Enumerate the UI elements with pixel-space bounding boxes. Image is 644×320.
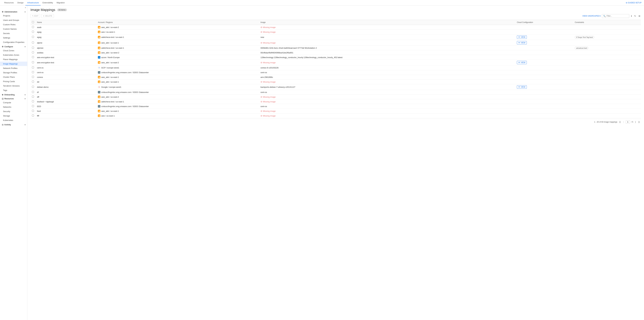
row-checkbox[interactable] bbox=[32, 61, 34, 63]
row-checkbox[interactable] bbox=[32, 26, 34, 28]
edit-icon: ✎ bbox=[32, 15, 34, 17]
sidebar-item-security[interactable]: Security bbox=[0, 109, 27, 114]
last-page-btn[interactable]: ⟩⟩ bbox=[638, 120, 640, 123]
table-row: EEDVcmbuvcfmgmtvc.eng.vmware.com / SDDC-… bbox=[30, 104, 641, 109]
sidebar-item-storage[interactable]: Storage bbox=[0, 114, 27, 118]
sidebar-item-custom-names[interactable]: Custom Names bbox=[0, 27, 27, 31]
nav-item-infrastructure[interactable]: Infrastructure bbox=[26, 0, 41, 5]
cell-constraints bbox=[573, 55, 641, 60]
sidebar-item-secrets[interactable]: Secrets bbox=[0, 31, 27, 35]
sidebar-item-kubernetes[interactable]: Kubernetes bbox=[0, 118, 27, 122]
chevron-down-icon-view: ▾ bbox=[600, 15, 600, 17]
cell-account: Vcmbuvcfmgmtvc.eng.vmware.com / SDDC-Dat… bbox=[96, 90, 259, 95]
cell-constraints bbox=[573, 50, 641, 55]
missing-image-text: Missing image bbox=[263, 81, 276, 83]
nav-item-design[interactable]: Design bbox=[16, 0, 25, 5]
sidebar-item-cluster-plans[interactable]: Cluster Plans bbox=[0, 75, 27, 79]
view-button[interactable]: 👁 VIEW bbox=[517, 85, 527, 89]
col-constraints: Constraints bbox=[573, 20, 641, 25]
view-button[interactable]: 👁 VIEW bbox=[517, 61, 527, 64]
row-checkbox[interactable] bbox=[32, 66, 34, 68]
sidebar-collapse-button[interactable]: « bbox=[0, 5, 27, 9]
nav-item-migration[interactable]: Migration bbox=[55, 0, 66, 5]
grid-view-icon[interactable]: ⊞ bbox=[638, 14, 641, 17]
select-all-checkbox[interactable] bbox=[32, 21, 34, 23]
cell-name: dff bbox=[36, 95, 96, 99]
sidebar-item-projects[interactable]: Projects bbox=[0, 13, 27, 18]
row-checkbox[interactable] bbox=[32, 31, 34, 33]
info-icon[interactable]: ℹ bbox=[630, 14, 632, 17]
cell-account: Vcmbuvcfmgmtvc.eng.vmware.com / SDDC-Dat… bbox=[96, 70, 259, 75]
sidebar-item-storage-profiles[interactable]: Storage Profiles bbox=[0, 70, 27, 75]
view-ungrouped-button[interactable]: VIEW UNGROUPED ▾ bbox=[582, 15, 600, 17]
filter-input[interactable] bbox=[606, 15, 628, 17]
sidebar-section-header-onboarding[interactable]: ⊕ Onboarding ▾ bbox=[0, 92, 27, 96]
row-checkbox[interactable] bbox=[32, 47, 34, 49]
guided-setup-btn[interactable]: ⧉ GUIDED SETUP bbox=[626, 2, 642, 4]
cell-constraints bbox=[573, 84, 641, 90]
view-button[interactable]: 👁 VIEW bbox=[517, 35, 527, 39]
google-icon: G bbox=[98, 86, 100, 88]
cell-name: df bbox=[36, 90, 96, 95]
sidebar-item-networks[interactable]: Networks bbox=[0, 105, 27, 109]
eye-icon: 👁 bbox=[518, 61, 520, 63]
view-button[interactable]: 👁 VIEW bbox=[517, 41, 527, 44]
row-checkbox[interactable] bbox=[32, 96, 34, 98]
sidebar-item-custom-roles[interactable]: Custom Roles bbox=[0, 22, 27, 27]
sidebar-item-cloud-zones[interactable]: Cloud Zones bbox=[0, 48, 27, 53]
account-text: aws_akk / us-east-2 bbox=[101, 96, 119, 98]
sidebar-item-users-groups[interactable]: Users and Groups bbox=[0, 18, 27, 22]
sidebar-item-config-props[interactable]: Configuration Properties bbox=[0, 40, 27, 44]
row-checkbox[interactable] bbox=[32, 114, 34, 116]
sidebar-section-header-resources[interactable]: ◫ Resources ▾ bbox=[0, 96, 27, 100]
sidebar-item-image-mappings[interactable]: Image Mappings bbox=[0, 62, 27, 66]
sidebar-item-compute[interactable]: Compute bbox=[0, 100, 27, 105]
nav-item-extensibility[interactable]: Extensibility bbox=[41, 0, 55, 5]
cell-cloud-config bbox=[515, 65, 573, 70]
next-page-btn[interactable]: ⟩ bbox=[634, 120, 636, 123]
sidebar-item-flavor-mappings[interactable]: Flavor Mappings bbox=[0, 57, 27, 62]
warning-icon: ⊘ bbox=[260, 110, 262, 112]
row-checkbox[interactable] bbox=[32, 105, 34, 107]
aws-icon: ▣ bbox=[98, 31, 100, 33]
sidebar-item-tags[interactable]: Tags bbox=[0, 88, 27, 92]
missing-image-text: Missing image bbox=[263, 115, 276, 117]
cell-cloud-config bbox=[515, 113, 573, 118]
first-page-btn[interactable]: ⟨⟨ bbox=[618, 120, 621, 123]
aws-icon: ▣ bbox=[98, 41, 100, 44]
sidebar-item-terraform-versions[interactable]: Terraform Versions bbox=[0, 84, 27, 88]
sidebar-item-network-profiles[interactable]: Network Profiles bbox=[0, 66, 27, 70]
edit-button[interactable]: ✎ EDIT bbox=[30, 14, 40, 18]
row-checkbox[interactable] bbox=[32, 76, 34, 78]
page-number-input[interactable] bbox=[626, 120, 630, 123]
nav-item-resources[interactable]: Resources bbox=[2, 0, 16, 5]
top-nav: Resources Design Infrastructure Extensib… bbox=[0, 0, 644, 5]
row-checkbox[interactable] bbox=[32, 91, 34, 93]
row-checkbox[interactable] bbox=[32, 100, 34, 102]
refresh-icon[interactable]: ↻ bbox=[634, 14, 637, 17]
sidebar-item-kubernetes-zones[interactable]: Kubernetes Zones bbox=[0, 53, 27, 57]
account-text: aws_akk / us-east-2 bbox=[101, 26, 119, 28]
row-checkbox[interactable] bbox=[32, 110, 34, 112]
row-checkbox[interactable] bbox=[32, 56, 34, 58]
row-checkbox[interactable] bbox=[32, 81, 34, 83]
sidebar-section-header-configure[interactable]: ⚙ Configure ▾ bbox=[0, 44, 27, 48]
section-icon-resources: ◫ bbox=[2, 98, 4, 100]
row-checkbox[interactable] bbox=[32, 41, 34, 43]
item-count-badge: 83 items bbox=[57, 8, 67, 11]
delete-button[interactable]: ✕ DELETE bbox=[41, 14, 54, 18]
cell-name: EED bbox=[36, 104, 96, 109]
sidebar-section-header-administration[interactable]: ⚙ Administration ▾ bbox=[0, 9, 27, 13]
sidebar-item-settings[interactable]: Settings bbox=[0, 35, 27, 40]
row-checkbox[interactable] bbox=[32, 51, 34, 53]
cell-account: ▣aws / us-east-1 bbox=[96, 113, 259, 118]
warning-icon: ⊘ bbox=[260, 61, 262, 64]
warning-icon: ⊘ bbox=[260, 31, 262, 33]
row-checkbox[interactable] bbox=[32, 36, 34, 38]
account-text: aws_akk / us-east-1 bbox=[101, 110, 119, 112]
row-checkbox[interactable] bbox=[32, 71, 34, 73]
sidebar-item-pricing-cards[interactable]: Pricing Cards bbox=[0, 79, 27, 84]
sidebar-section-header-activity[interactable]: ◷ Activity ▾ bbox=[0, 122, 27, 126]
row-checkbox[interactable] bbox=[32, 86, 34, 88]
prev-page-btn[interactable]: ⟨ bbox=[622, 120, 624, 123]
